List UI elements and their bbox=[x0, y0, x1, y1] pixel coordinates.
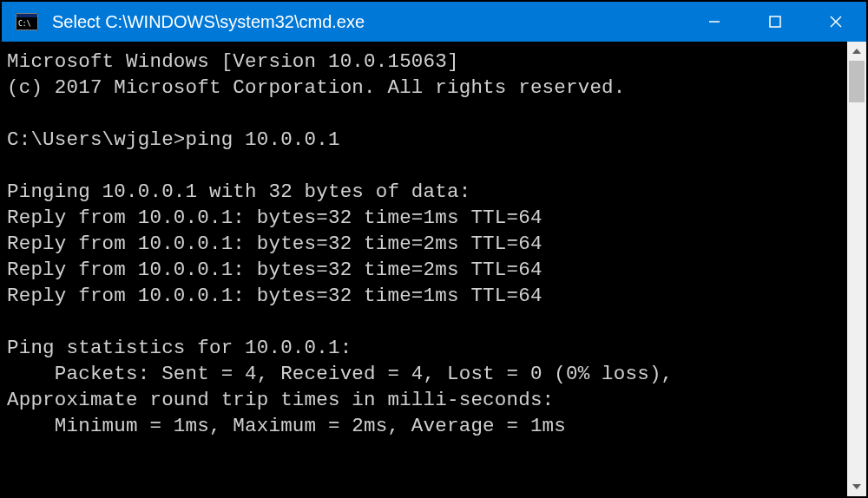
svg-rect-1 bbox=[16, 14, 37, 17]
console-output[interactable]: Microsoft Windows [Version 10.0.15063] (… bbox=[2, 42, 847, 496]
window-title: Select C:\WINDOWS\system32\cmd.exe bbox=[52, 12, 684, 32]
vertical-scrollbar[interactable] bbox=[847, 42, 866, 496]
window-controls bbox=[684, 2, 866, 42]
console-area: Microsoft Windows [Version 10.0.15063] (… bbox=[2, 42, 866, 496]
scrollbar-track[interactable] bbox=[847, 61, 866, 477]
svg-marker-8 bbox=[852, 49, 861, 54]
cmd-window: C:\ Select C:\WINDOWS\system32\cmd.exe M… bbox=[2, 2, 866, 496]
scroll-down-arrow[interactable] bbox=[847, 477, 866, 496]
scroll-up-arrow[interactable] bbox=[847, 42, 866, 61]
maximize-button[interactable] bbox=[745, 2, 806, 42]
scrollbar-thumb[interactable] bbox=[849, 61, 865, 102]
minimize-button[interactable] bbox=[684, 2, 745, 42]
titlebar[interactable]: C:\ Select C:\WINDOWS\system32\cmd.exe bbox=[2, 2, 866, 42]
svg-rect-5 bbox=[770, 16, 780, 27]
svg-marker-9 bbox=[852, 484, 861, 489]
svg-text:C:\: C:\ bbox=[18, 20, 31, 28]
close-button[interactable] bbox=[806, 2, 866, 42]
cmd-icon: C:\ bbox=[14, 11, 40, 32]
